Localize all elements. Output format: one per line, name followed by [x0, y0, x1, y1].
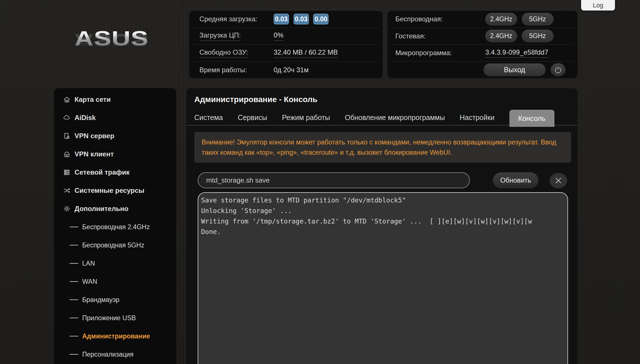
asus-logo: ASUS ASUS: [75, 27, 171, 72]
dash-icon: [70, 227, 78, 227]
tab-console[interactable]: Консоль: [509, 110, 554, 127]
firmware-version-link[interactable]: 3.4.3.9-099_e58fdd7: [485, 48, 548, 58]
sidebar-subitem-lan[interactable]: LAN: [54, 254, 176, 272]
sidebar-subitem-wireless-24ghz[interactable]: Беспроводная 2.4GHz: [54, 218, 176, 236]
log-button[interactable]: Log: [581, 0, 615, 11]
cpu-load-row: Загрузка ЦП: 0%: [193, 28, 379, 45]
dash-icon: [70, 354, 78, 355]
refresh-button[interactable]: Обновить: [493, 172, 538, 188]
wireless-panel: Беспроводная: 2.4GHz 5GHz Гостевая: 2.4G…: [387, 11, 577, 78]
sidebar-item-vpn-client[interactable]: VPN клиент: [54, 145, 176, 163]
gear-icon: [63, 205, 71, 212]
logout-row: Выход: [391, 61, 574, 78]
dash-icon: [70, 299, 78, 300]
cpu-load-label: Загрузка ЦП:: [193, 31, 274, 41]
load-average-badge-1: 0.03: [274, 14, 289, 24]
sidebar: Карта сети AiDisk VPN сервер VPN клиент …: [54, 88, 176, 364]
sidebar-subitem-wan[interactable]: WAN: [54, 272, 176, 291]
console-line: Done.: [201, 227, 565, 237]
main-content-panel: Администрирование - Консоль Система Серв…: [186, 88, 577, 364]
free-ram-value[interactable]: 32.40 MB / 60.22 MB: [274, 48, 338, 58]
dash-icon: [70, 263, 78, 264]
guest-24ghz-button[interactable]: 2.4GHz: [485, 30, 517, 42]
load-average-label: Средняя загрузка:: [193, 15, 274, 23]
sidebar-item-network-map[interactable]: Карта сети: [54, 90, 176, 109]
dash-icon: [70, 281, 78, 282]
sidebar-item-advanced[interactable]: Дополнительно: [54, 200, 176, 218]
wireless-row: Беспроводная: 2.4GHz 5GHz: [391, 11, 574, 28]
tab-firmware-upgrade[interactable]: Обновление микропрограммы: [345, 113, 445, 122]
console-line: Save storage files to MTD partition "/de…: [201, 195, 565, 206]
power-icon: [554, 66, 562, 74]
wireless-label: Беспроводная:: [391, 15, 485, 23]
guest-network-label: Гостевая:: [391, 32, 485, 40]
console-line: Writing from '/tmp/storage.tar.bz2' to M…: [201, 216, 565, 227]
guest-network-row: Гостевая: 2.4GHz 5GHz: [391, 28, 574, 45]
firmware-label: Микропрограмма:: [391, 49, 485, 57]
uptime-row: Время работы: 0д 20ч 31м: [193, 61, 379, 78]
vpn-server-icon: [63, 132, 71, 140]
tab-settings[interactable]: Настройки: [460, 113, 495, 122]
sidebar-subitem-firewall[interactable]: Брандмауэр: [54, 291, 176, 309]
sidebar-subitem-personalization[interactable]: Персонализация: [54, 345, 176, 363]
system-stats-panel: Средняя загрузка: 0.03 0.03 0.00 Загрузк…: [189, 11, 383, 78]
vpn-client-icon: [63, 150, 71, 158]
console-output[interactable]: Save storage files to MTD partition "/de…: [198, 192, 568, 364]
free-ram-label: Свободно ОЗУ:: [193, 48, 274, 58]
asus-logo-reflection: ASUS: [75, 31, 189, 50]
close-icon: [554, 176, 563, 185]
uptime-label: Время работы:: [193, 66, 274, 74]
sidebar-subitem-wireless-5ghz[interactable]: Беспроводная 5GHz: [54, 236, 176, 254]
firmware-row: Микропрограмма: 3.4.3.9-099_e58fdd7: [391, 44, 574, 61]
logout-button[interactable]: Выход: [484, 63, 546, 76]
cloud-icon: [63, 114, 71, 121]
uptime-value: 0д 20ч 31м: [274, 66, 309, 74]
load-average-badge-15: 0.00: [313, 14, 329, 24]
tab-operation-mode[interactable]: Режим работы: [282, 113, 330, 122]
home-icon: [63, 96, 71, 103]
page-title: Администрирование - Консоль: [194, 95, 317, 104]
cpu-load-value[interactable]: 0%: [274, 31, 284, 41]
load-average-badge-5: 0.03: [294, 14, 309, 24]
console-warning: Внимание! Эмулятор консоли может работат…: [194, 132, 571, 163]
sidebar-subitem-usb-application[interactable]: Приложение USB: [54, 309, 176, 327]
console-line: Unlocking 'Storage' ...: [201, 206, 565, 216]
sidebar-item-system-resources[interactable]: Системные ресурсы: [54, 181, 176, 200]
tabbar: Система Сервисы Режим работы Обновление …: [194, 110, 554, 125]
sidebar-item-network-traffic[interactable]: Сетевой трафик: [54, 163, 176, 181]
reboot-button[interactable]: [551, 63, 565, 76]
dash-icon: [70, 245, 78, 245]
tab-system[interactable]: Система: [194, 113, 223, 122]
clear-button[interactable]: [550, 173, 567, 188]
tab-services[interactable]: Сервисы: [238, 113, 267, 122]
dash-icon: [70, 336, 78, 336]
sidebar-item-vpn-server[interactable]: VPN сервер: [54, 127, 176, 145]
free-ram-row: Свободно ОЗУ: 32.40 MB / 60.22 MB: [193, 44, 379, 61]
guest-5ghz-button[interactable]: 5GHz: [522, 30, 554, 42]
sidebar-subitem-administration[interactable]: Администрирование: [54, 327, 176, 345]
wireless-24ghz-button[interactable]: 2.4GHz: [485, 13, 517, 26]
traffic-icon: [63, 169, 71, 176]
dash-icon: [70, 318, 78, 318]
sidebar-item-aidisk[interactable]: AiDisk: [54, 109, 176, 127]
wireless-5ghz-button[interactable]: 5GHz: [522, 13, 554, 26]
load-average-row: Средняя загрузка: 0.03 0.03 0.00: [193, 11, 379, 28]
shuffle-icon: [63, 187, 71, 194]
command-input[interactable]: [198, 172, 470, 188]
